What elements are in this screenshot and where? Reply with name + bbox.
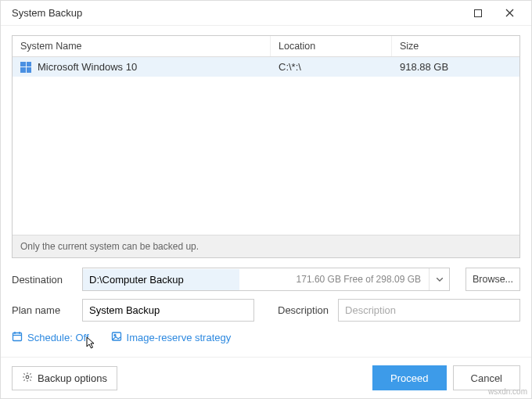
schedule-link[interactable]: Schedule: Off — [12, 331, 89, 344]
schedule-link-label: Schedule: Off — [27, 332, 89, 343]
form-area: Destination 171.60 GB Free of 298.09 GB … — [12, 258, 520, 350]
grid-header: System Name Location Size — [13, 36, 519, 57]
destination-field-wrap: 171.60 GB Free of 298.09 GB — [82, 268, 450, 291]
destination-free-space: 171.60 GB Free of 298.09 GB — [239, 274, 429, 285]
destination-label: Destination — [12, 274, 73, 286]
cell-size: 918.88 GB — [392, 61, 519, 73]
cell-location: C:\*:\ — [271, 61, 392, 73]
col-header-size[interactable]: Size — [392, 36, 519, 56]
calendar-icon — [12, 331, 23, 344]
maximize-button[interactable] — [462, 1, 494, 26]
table-row[interactable]: Microsoft Windows 10 C:\*:\ 918.88 GB — [13, 57, 519, 77]
svg-point-8 — [114, 335, 116, 336]
backup-options-button[interactable]: Backup options — [12, 366, 117, 390]
plan-name-label: Plan name — [12, 304, 73, 316]
system-grid: System Name Location Size Microsoft Wind… — [12, 35, 520, 258]
close-button[interactable] — [494, 1, 525, 26]
grid-body: Microsoft Windows 10 C:\*:\ 918.88 GB — [13, 57, 519, 235]
svg-rect-3 — [13, 333, 22, 341]
plan-name-input[interactable] — [82, 299, 254, 322]
cancel-button[interactable]: Cancel — [453, 365, 520, 390]
bottom-button-bar: Backup options Proceed Cancel — [1, 357, 531, 398]
svg-point-9 — [26, 376, 29, 379]
titlebar: System Backup — [1, 1, 531, 26]
content-area: System Name Location Size Microsoft Wind… — [1, 26, 531, 357]
col-header-name[interactable]: System Name — [13, 36, 271, 56]
description-input[interactable] — [338, 299, 520, 322]
window-title: System Backup — [12, 7, 462, 19]
col-header-location[interactable]: Location — [271, 36, 392, 56]
browse-button[interactable]: Browse... — [466, 268, 520, 291]
image-reserve-link[interactable]: Image-reserve strategy — [111, 331, 232, 344]
image-reserve-link-label: Image-reserve strategy — [127, 332, 232, 343]
cell-system-name: Microsoft Windows 10 — [38, 61, 137, 73]
destination-input[interactable] — [83, 269, 239, 290]
windows-icon — [20, 62, 31, 73]
destination-dropdown[interactable] — [429, 268, 449, 290]
proceed-button[interactable]: Proceed — [372, 365, 446, 390]
backup-options-label: Backup options — [38, 372, 107, 384]
system-backup-window: System Backup System Name Location Size … — [0, 0, 532, 399]
description-label: Description — [278, 304, 329, 316]
svg-rect-0 — [475, 9, 482, 16]
grid-footer-note: Only the current system can be backed up… — [13, 235, 519, 257]
image-icon — [111, 331, 122, 344]
gear-icon — [22, 372, 33, 385]
